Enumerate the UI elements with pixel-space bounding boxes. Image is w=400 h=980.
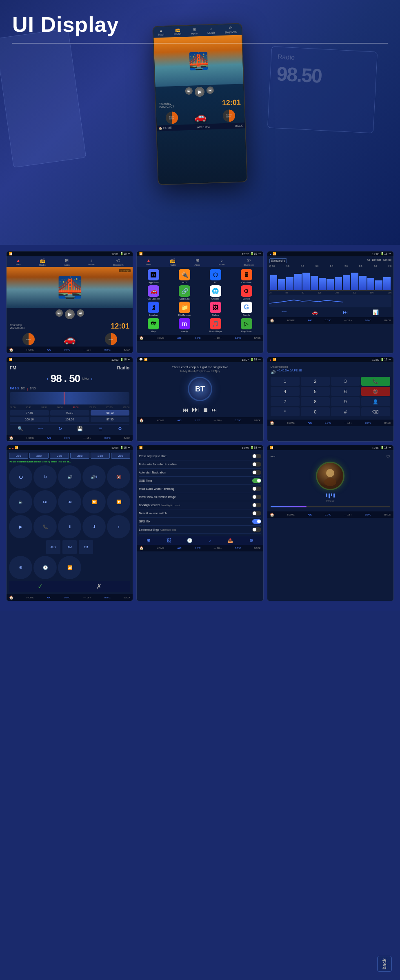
steering-home-icon[interactable]: 🏠 <box>9 596 13 600</box>
home-nav-navi[interactable]: ▲ Navi <box>16 258 21 266</box>
eq-bar-6[interactable] <box>311 276 318 290</box>
eq-bar-14[interactable] <box>375 280 382 290</box>
eq-car-icon[interactable]: 🚗 <box>312 309 318 315</box>
home-prev-btn[interactable]: ⏮ <box>56 309 63 317</box>
settings-rw-btn[interactable]: ⏪ <box>107 490 130 513</box>
app-playstore[interactable]: ▷ Play Store <box>232 318 261 333</box>
settings-am-btn[interactable]: AM <box>62 540 77 554</box>
eq-setup-btn[interactable]: Set up <box>383 258 391 263</box>
eq-bar-13[interactable] <box>367 278 375 290</box>
phone-key-5[interactable]: 5 <box>301 387 330 396</box>
bt-rewind-btn[interactable]: ⏮ <box>183 407 189 413</box>
app-aux[interactable]: 🔌 AUX <box>170 269 199 284</box>
phone-key-4[interactable]: 4 <box>271 387 300 396</box>
eq-bar-7[interactable] <box>319 278 326 290</box>
radio-preset-4[interactable]: 106.10 <box>10 417 49 422</box>
home-nav-radio[interactable]: 📻 Radio <box>39 258 46 266</box>
toggle-clock-icon[interactable]: 🕐 <box>187 538 193 543</box>
app-calc[interactable]: 🖩 Calculator <box>232 269 261 284</box>
eq-skip-icon[interactable]: ⏭ <box>343 309 348 315</box>
footer-back-text[interactable]: back <box>382 958 387 969</box>
eq-bar-5[interactable] <box>302 273 310 290</box>
toggle-switch-8[interactable] <box>252 511 261 516</box>
eq-wave-icon[interactable]: 〰 <box>282 309 287 315</box>
radio-preset-2[interactable]: 90.10 <box>50 410 89 416</box>
settings-k2-btn[interactable]: ↕ <box>107 515 130 538</box>
settings-kup-btn[interactable]: ⬆ <box>58 515 81 538</box>
hero-prev-btn[interactable]: ⏮ <box>185 87 193 95</box>
bt-forward-btn[interactable]: ⏭ <box>211 407 217 413</box>
toggle-home-icon[interactable]: 🏠 <box>139 546 144 550</box>
phone-contacts-btn[interactable]: 👤 <box>361 397 390 406</box>
app-eq[interactable]: 🎛 Equalizer <box>139 302 168 316</box>
eq-bar-15[interactable] <box>383 277 391 290</box>
eq-all-btn[interactable]: All <box>367 258 370 263</box>
toggle-back-label[interactable]: BACK <box>254 547 260 549</box>
eq-chart-icon[interactable]: 📊 <box>373 309 379 315</box>
eq-home-icon[interactable]: 🏠 <box>270 318 274 322</box>
eq-bar-8[interactable] <box>327 279 334 290</box>
settings-gear-btn[interactable]: ⚙ <box>9 556 32 579</box>
settings-volup-btn[interactable]: 🔊+ <box>82 465 106 489</box>
eq-bar-2[interactable] <box>278 279 285 290</box>
app-musicplayer[interactable]: 🎵 Music Player <box>201 318 230 333</box>
phone-key-hash[interactable]: # <box>331 407 360 416</box>
phone-hangup-btn[interactable]: 📵 <box>361 387 390 396</box>
eq-default-btn[interactable]: Default <box>372 258 381 263</box>
home-home-icon[interactable]: 🏠 <box>9 348 13 352</box>
hero-home-btn[interactable]: 🏠 HOME <box>159 126 172 130</box>
radio-preset-3[interactable]: 98.10 <box>91 410 130 416</box>
home-nav-bt[interactable]: ✆ Bluetooth <box>113 258 123 266</box>
radio-prev-btn[interactable]: ‹ <box>47 376 49 382</box>
phone-key-0[interactable]: 0 <box>301 407 330 416</box>
apps-back-label[interactable]: BACK <box>254 337 260 339</box>
eq-bar-10[interactable] <box>343 275 350 290</box>
steering-back-label[interactable]: BACK <box>124 596 130 599</box>
settings-vol-btn[interactable]: 🔊 <box>58 465 81 489</box>
radio-preset-1[interactable]: 87.50 <box>10 410 49 416</box>
app-appstore[interactable]: 🅰 App Store <box>139 269 168 284</box>
settings-reload-btn[interactable]: ↻ <box>33 465 57 489</box>
hero-play-btn[interactable]: ▶ <box>195 87 205 97</box>
settings-signal-btn[interactable]: 📶 <box>58 556 81 579</box>
settings-ff-btn[interactable]: ⏩ <box>82 490 106 513</box>
settings-voldn-btn[interactable]: 🔇 <box>107 465 130 489</box>
toggle-gallery-icon[interactable]: 🖼 <box>167 538 171 543</box>
apps-home-icon[interactable]: 🏠 <box>139 336 144 340</box>
home-next-btn[interactable]: ⏭ <box>77 309 84 317</box>
eq-bar-4[interactable] <box>294 274 302 291</box>
hero-back-btn[interactable]: BACK <box>235 124 243 127</box>
radio-wave-icon[interactable]: 〰 <box>38 426 43 431</box>
toggle-switch-7[interactable] <box>252 503 261 507</box>
app-chrome[interactable]: 🌐 Chrome <box>201 285 230 300</box>
phone-call-btn[interactable]: 📞 <box>361 377 390 386</box>
music-progress-bar[interactable] <box>271 506 390 507</box>
settings-fm-btn[interactable]: FM <box>79 540 93 554</box>
phone-home-icon[interactable]: 🏠 <box>270 421 274 425</box>
toggle-settings-icon[interactable]: ⚙ <box>249 538 253 543</box>
settings-prev-btn[interactable]: ⏮ <box>58 490 81 513</box>
music-heart-icon[interactable]: ♡ <box>386 454 390 460</box>
settings-check-btn[interactable]: ✓ <box>38 582 43 590</box>
radio-home-icon[interactable]: 🏠 <box>9 436 13 440</box>
toggle-switch-3[interactable] <box>252 470 261 475</box>
toggle-switch-5[interactable] <box>252 487 261 491</box>
bt-playpause-btn[interactable]: ⏭ <box>192 405 199 414</box>
phone-key-6[interactable]: 6 <box>331 387 360 396</box>
apps-nav-bt[interactable]: ✆ Bluetooth <box>244 258 254 266</box>
phone-backspace-btn[interactable]: ⌫ <box>361 407 390 416</box>
settings-clock-btn[interactable]: 🕐 <box>33 556 57 579</box>
hero-next-btn[interactable]: ⏭ <box>207 87 214 94</box>
apps-nav-apps[interactable]: ⊞ Apps <box>194 258 200 266</box>
app-carbitlink[interactable]: 🔗 CarbitLink <box>170 285 199 300</box>
app-control[interactable]: ⚙ Control <box>232 285 261 300</box>
eq-bar-11[interactable] <box>351 273 358 290</box>
radio-repeat-icon[interactable]: ↻ <box>58 426 62 431</box>
music-home-icon[interactable]: 🏠 <box>270 513 274 517</box>
toggle-switch-1[interactable] <box>252 454 261 458</box>
home-nav-music[interactable]: ♪ Music <box>88 258 95 266</box>
toggle-music-icon[interactable]: ♪ <box>209 538 211 543</box>
radio-preset-6[interactable]: 87.50 <box>91 417 130 422</box>
settings-power-btn[interactable]: ⏻ <box>9 465 32 489</box>
toggle-apps-icon[interactable]: ⊞ <box>147 538 150 543</box>
